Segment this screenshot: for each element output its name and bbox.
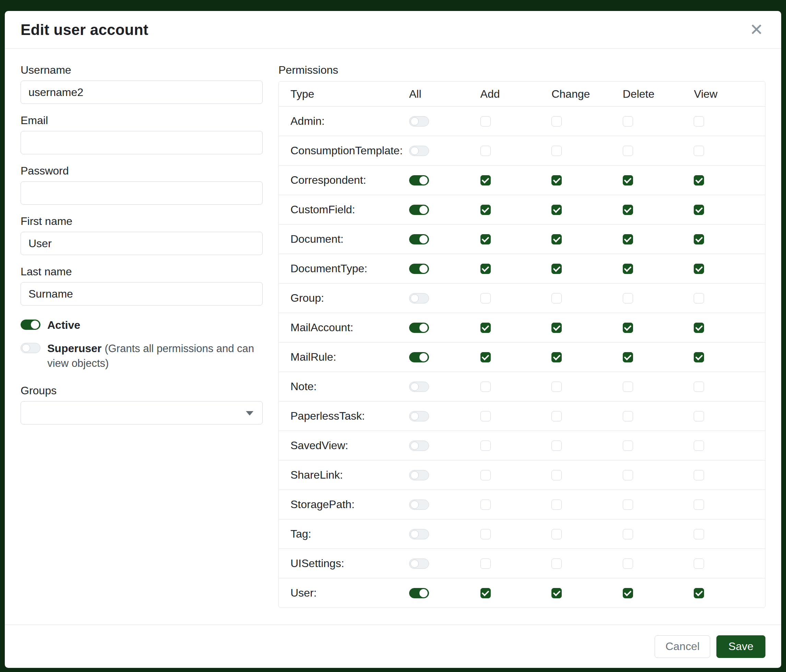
- permission-view-checkbox[interactable]: [694, 382, 704, 392]
- permission-view-checkbox[interactable]: [694, 352, 704, 363]
- permission-delete-checkbox[interactable]: [623, 323, 633, 333]
- permission-all-toggle[interactable]: [409, 264, 429, 274]
- permission-change-checkbox[interactable]: [552, 352, 562, 363]
- permission-change-checkbox[interactable]: [552, 323, 562, 333]
- permission-change-checkbox[interactable]: [552, 470, 562, 480]
- save-button[interactable]: Save: [716, 635, 766, 658]
- permission-all-toggle[interactable]: [409, 116, 429, 127]
- permission-add-checkbox[interactable]: [481, 352, 491, 363]
- permission-view-checkbox[interactable]: [694, 529, 704, 539]
- permission-view-checkbox[interactable]: [694, 234, 704, 245]
- permission-view-checkbox[interactable]: [694, 441, 704, 451]
- permission-change-checkbox[interactable]: [552, 264, 562, 274]
- permission-change-checkbox[interactable]: [552, 382, 562, 392]
- permission-change-checkbox[interactable]: [552, 411, 562, 421]
- email-field[interactable]: [20, 131, 263, 154]
- permission-add-checkbox[interactable]: [481, 470, 491, 480]
- permissions-table: Type All Add Change Delete View Admin:Co…: [278, 81, 766, 608]
- permission-all-toggle[interactable]: [409, 499, 429, 510]
- permission-change-checkbox[interactable]: [552, 499, 562, 510]
- permission-delete-checkbox[interactable]: [623, 470, 633, 480]
- permission-add-checkbox[interactable]: [481, 175, 491, 185]
- active-toggle[interactable]: [20, 320, 41, 330]
- active-label: Active: [47, 319, 80, 331]
- permission-view-checkbox[interactable]: [694, 470, 704, 480]
- permission-change-checkbox[interactable]: [552, 234, 562, 245]
- superuser-toggle[interactable]: [20, 343, 41, 353]
- permission-add-checkbox[interactable]: [481, 205, 491, 215]
- permission-all-toggle[interactable]: [409, 382, 429, 392]
- permission-all-toggle[interactable]: [409, 529, 429, 539]
- permission-view-checkbox[interactable]: [694, 175, 704, 185]
- permission-row: Group:: [279, 283, 765, 313]
- permission-delete-checkbox[interactable]: [623, 588, 633, 598]
- permission-delete-checkbox[interactable]: [623, 146, 633, 156]
- last-name-field[interactable]: [20, 282, 263, 306]
- permission-delete-checkbox[interactable]: [623, 234, 633, 245]
- username-input[interactable]: [20, 80, 263, 104]
- first-name-field[interactable]: [20, 232, 263, 255]
- permission-view-checkbox[interactable]: [694, 588, 704, 598]
- permission-change-checkbox[interactable]: [552, 116, 562, 127]
- permission-change-checkbox[interactable]: [552, 205, 562, 215]
- permission-add-checkbox[interactable]: [481, 529, 491, 539]
- permission-all-toggle[interactable]: [409, 146, 429, 156]
- permission-view-checkbox[interactable]: [694, 264, 704, 274]
- permission-view-checkbox[interactable]: [694, 293, 704, 303]
- permission-add-checkbox[interactable]: [481, 264, 491, 274]
- permission-delete-checkbox[interactable]: [623, 205, 633, 215]
- permission-all-toggle[interactable]: [409, 470, 429, 480]
- cancel-button[interactable]: Cancel: [655, 635, 710, 658]
- permission-all-toggle[interactable]: [409, 352, 429, 363]
- permission-view-checkbox[interactable]: [694, 146, 704, 156]
- permission-delete-checkbox[interactable]: [623, 175, 633, 185]
- permission-all-toggle[interactable]: [409, 559, 429, 569]
- permission-delete-checkbox[interactable]: [623, 264, 633, 274]
- permission-view-checkbox[interactable]: [694, 116, 704, 127]
- permission-add-checkbox[interactable]: [481, 116, 491, 127]
- permission-all-toggle[interactable]: [409, 293, 429, 303]
- permission-change-checkbox[interactable]: [552, 146, 562, 156]
- close-icon[interactable]: ✕: [748, 20, 766, 39]
- permission-add-checkbox[interactable]: [481, 588, 491, 598]
- permission-add-checkbox[interactable]: [481, 499, 491, 510]
- permission-change-checkbox[interactable]: [552, 175, 562, 185]
- permission-delete-checkbox[interactable]: [623, 559, 633, 569]
- permission-delete-checkbox[interactable]: [623, 293, 633, 303]
- permission-add-checkbox[interactable]: [481, 293, 491, 303]
- permission-all-toggle[interactable]: [409, 588, 429, 598]
- permission-delete-checkbox[interactable]: [623, 499, 633, 510]
- permission-view-checkbox[interactable]: [694, 205, 704, 215]
- permission-change-checkbox[interactable]: [552, 588, 562, 598]
- password-field[interactable]: [20, 181, 263, 205]
- permission-add-checkbox[interactable]: [481, 234, 491, 245]
- permission-delete-checkbox[interactable]: [623, 411, 633, 421]
- permission-all-toggle[interactable]: [409, 441, 429, 451]
- permission-delete-checkbox[interactable]: [623, 382, 633, 392]
- permission-delete-checkbox[interactable]: [623, 116, 633, 127]
- permission-all-toggle[interactable]: [409, 205, 429, 215]
- permission-all-toggle[interactable]: [409, 234, 429, 245]
- permission-view-checkbox[interactable]: [694, 411, 704, 421]
- permission-view-checkbox[interactable]: [694, 559, 704, 569]
- permission-add-checkbox[interactable]: [481, 441, 491, 451]
- permission-delete-checkbox[interactable]: [623, 529, 633, 539]
- permission-change-checkbox[interactable]: [552, 293, 562, 303]
- permission-change-checkbox[interactable]: [552, 441, 562, 451]
- permission-add-checkbox[interactable]: [481, 382, 491, 392]
- permission-delete-checkbox[interactable]: [623, 441, 633, 451]
- permission-all-toggle[interactable]: [409, 323, 429, 333]
- permission-change-checkbox[interactable]: [552, 559, 562, 569]
- permission-view-checkbox[interactable]: [694, 499, 704, 510]
- permission-add-checkbox[interactable]: [481, 411, 491, 421]
- permission-change-checkbox[interactable]: [552, 529, 562, 539]
- permission-add-checkbox[interactable]: [481, 323, 491, 333]
- permission-add-checkbox[interactable]: [481, 146, 491, 156]
- groups-select[interactable]: [20, 401, 263, 424]
- permission-add-checkbox[interactable]: [481, 559, 491, 569]
- permission-all-toggle[interactable]: [409, 411, 429, 421]
- permission-row: ShareLink:: [279, 460, 765, 490]
- permission-view-checkbox[interactable]: [694, 323, 704, 333]
- permission-all-toggle[interactable]: [409, 175, 429, 185]
- permission-delete-checkbox[interactable]: [623, 352, 633, 363]
